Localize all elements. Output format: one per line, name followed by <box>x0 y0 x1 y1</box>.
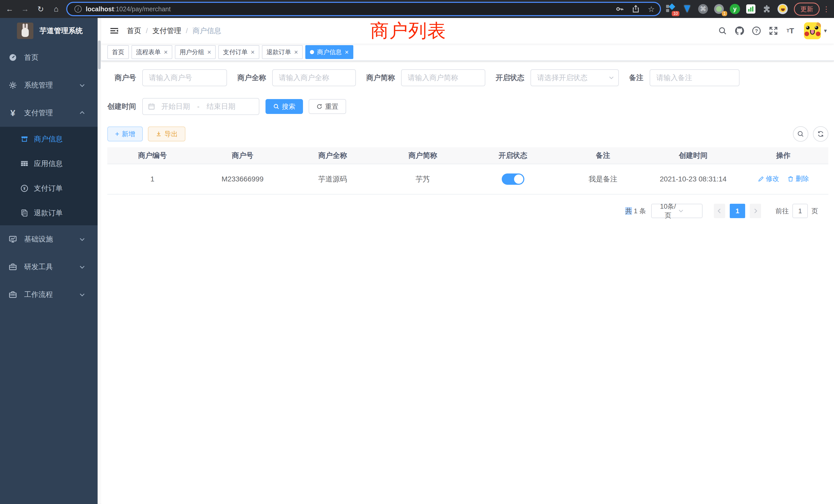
header-search-icon[interactable] <box>714 18 731 44</box>
cell-create-time: 2021-10-23 08:31:14 <box>648 175 738 183</box>
chart-extension-icon[interactable] <box>746 4 756 14</box>
page-number-1[interactable]: 1 <box>730 204 745 218</box>
help-icon[interactable]: ? <box>748 18 765 44</box>
gear-icon <box>9 81 17 89</box>
scrollbar-thumb[interactable] <box>98 41 101 69</box>
column-header: 备注 <box>558 147 648 164</box>
url-text[interactable]: localhost:1024/pay/merchant <box>86 5 607 13</box>
sidebar-item-system[interactable]: 系统管理 <box>0 71 97 99</box>
close-icon[interactable]: × <box>164 49 168 55</box>
close-icon[interactable]: × <box>294 49 298 55</box>
sidebar-item-infra[interactable]: 基础设施 <box>0 225 97 253</box>
breadcrumb-home[interactable]: 首页 <box>127 26 141 36</box>
edit-link[interactable]: 修改 <box>758 174 779 183</box>
end-date-placeholder[interactable]: 结束日期 <box>207 101 236 111</box>
share-icon[interactable] <box>632 5 640 13</box>
cell-short-name: 芋艿 <box>378 174 468 184</box>
chrome-update-button[interactable]: 更新 <box>794 3 820 16</box>
search-button[interactable]: 搜索 <box>265 99 303 114</box>
sidebar-item-refund-order[interactable]: 退款订单 <box>0 201 97 225</box>
sidebar-item-pay-order[interactable]: ¥ 支付订单 <box>0 176 97 201</box>
proxy-extension-icon[interactable]: 1 <box>714 4 724 14</box>
password-key-icon[interactable] <box>615 5 624 13</box>
sidebar-item-merchant-info[interactable]: 商户信息 <box>0 127 97 152</box>
table-row: 1 M233666999 芋道源码 芋艿 我是备注 2021-10-23 08:… <box>107 164 828 194</box>
delete-link[interactable]: 删除 <box>787 174 809 183</box>
merchant-short-field: 商户简称 <box>366 69 485 86</box>
close-icon[interactable]: × <box>250 49 255 55</box>
page-size-select[interactable]: 10条/页 <box>651 204 703 218</box>
sidebar-item-label: 工作流程 <box>24 290 79 299</box>
browser-forward-icon[interactable]: → <box>19 5 31 13</box>
sidebar-item-label: 商户信息 <box>34 134 63 144</box>
remark-input[interactable] <box>650 69 740 86</box>
github-icon[interactable] <box>731 18 748 44</box>
tab-user-group[interactable]: 用户分组× <box>175 45 216 59</box>
chevron-down-icon <box>678 208 698 214</box>
bookmark-star-icon[interactable]: ☆ <box>648 5 655 14</box>
kite-extension-icon[interactable] <box>682 4 692 14</box>
browser-home-icon[interactable]: ⌂ <box>50 5 62 13</box>
close-icon[interactable]: × <box>207 49 211 55</box>
browser-back-icon[interactable]: ← <box>4 5 16 13</box>
cell-remark: 我是备注 <box>558 174 648 184</box>
main-area: 首页 / 支付管理 / 商户信息 ? <box>101 18 834 504</box>
export-button[interactable]: 导出 <box>148 127 185 141</box>
sidebar-item-pay[interactable]: ¥ 支付管理 <box>0 99 97 127</box>
sidebar-collapse-icon[interactable] <box>106 23 123 39</box>
sidebar-item-app-info[interactable]: 应用信息 <box>0 152 97 176</box>
sidebar-scrollbar[interactable] <box>97 18 101 504</box>
breadcrumb-section[interactable]: 支付管理 <box>153 26 181 36</box>
command-extension-icon[interactable]: ⌘ <box>698 4 708 14</box>
field-label: 创建时间 <box>107 101 136 111</box>
total-count: 共 1 条 <box>625 207 646 215</box>
profile-emoji-icon[interactable] <box>777 4 788 14</box>
breadcrumb: 首页 / 支付管理 / 商户信息 <box>127 26 221 36</box>
app-logo[interactable]: 芋道管理系统 <box>0 18 97 44</box>
pinned-extension-icon[interactable]: 10 <box>666 4 676 14</box>
tab-process-form[interactable]: 流程表单× <box>131 45 172 59</box>
date-range-picker[interactable]: 开始日期 - 结束日期 <box>142 98 259 115</box>
close-icon[interactable]: × <box>345 49 349 55</box>
url-bar[interactable]: i localhost:1024/pay/merchant ☆ <box>66 2 661 16</box>
sidebar-item-workflow[interactable]: 工作流程 <box>0 281 97 308</box>
y-extension-icon[interactable]: y <box>730 4 740 14</box>
field-label: 开启状态 <box>496 73 524 83</box>
avatar-caret-icon[interactable]: ▾ <box>824 27 827 34</box>
tab-home[interactable]: 首页 <box>107 45 129 59</box>
sidebar-item-devtools[interactable]: 研发工具 <box>0 253 97 281</box>
prev-page-button[interactable] <box>714 204 725 218</box>
merchant-no-input[interactable] <box>142 69 227 86</box>
site-info-icon[interactable]: i <box>74 5 82 13</box>
column-header: 商户简称 <box>378 147 468 164</box>
app-window: 芋道管理系统 首页 系统管理 <box>0 18 834 504</box>
cell-status <box>468 174 558 185</box>
toggle-search-button[interactable] <box>793 126 808 142</box>
sidebar-item-home[interactable]: 首页 <box>0 44 97 71</box>
chrome-menu-icon[interactable]: ⋮ <box>823 5 830 13</box>
merchant-short-input[interactable] <box>401 69 485 86</box>
tab-merchant-info[interactable]: 商户信息× <box>305 45 353 59</box>
status-select[interactable]: 请选择开启状态 <box>530 69 619 86</box>
browser-reload-icon[interactable]: ↻ <box>35 5 47 14</box>
merchant-name-input[interactable] <box>272 69 356 86</box>
status-toggle[interactable] <box>502 174 524 185</box>
goto-page-input[interactable] <box>792 204 808 218</box>
breadcrumb-current: 商户信息 <box>193 26 221 36</box>
search-icon <box>273 104 279 110</box>
reset-button[interactable]: 重置 <box>309 99 346 114</box>
calendar-icon <box>148 103 155 110</box>
tab-pay-order[interactable]: 支付订单× <box>218 45 259 59</box>
fullscreen-icon[interactable] <box>765 18 782 44</box>
next-page-button[interactable] <box>750 204 761 218</box>
merchant-no-field: 商户号 <box>114 69 227 86</box>
sidebar-item-label: 支付订单 <box>34 183 63 193</box>
add-button[interactable]: + 新增 <box>107 127 143 141</box>
extensions-puzzle-icon[interactable] <box>762 4 772 14</box>
tab-refund-order[interactable]: 退款订单× <box>262 45 303 59</box>
sidebar-item-label: 支付管理 <box>24 108 79 118</box>
start-date-placeholder[interactable]: 开始日期 <box>161 101 190 111</box>
font-size-icon[interactable]: TT <box>782 18 799 44</box>
user-avatar[interactable] <box>804 22 821 39</box>
refresh-table-button[interactable] <box>813 126 828 142</box>
